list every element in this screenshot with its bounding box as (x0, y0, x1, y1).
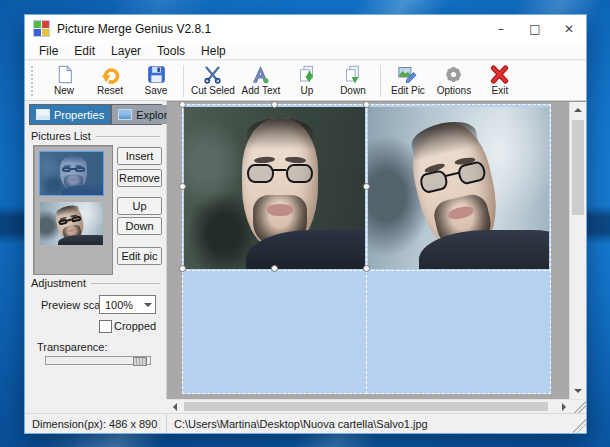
scroll-up-icon[interactable] (570, 102, 586, 118)
pictures-listbox[interactable] (33, 145, 113, 275)
move-down-icon (342, 65, 363, 84)
selection-handle[interactable] (179, 265, 186, 272)
toolbar-grip[interactable] (31, 66, 36, 96)
transparence-label: Transparence: (37, 341, 108, 353)
save-icon (146, 65, 167, 84)
move-up-button[interactable]: Up (284, 62, 330, 100)
new-button[interactable]: New (41, 62, 87, 100)
cut-selected-button[interactable]: Cut Seled (188, 62, 238, 100)
transparence-slider[interactable] (45, 356, 151, 365)
vertical-scrollbar[interactable] (569, 102, 586, 399)
merge-canvas[interactable] (182, 104, 551, 394)
explorer-tab-icon (118, 109, 132, 120)
remove-button[interactable]: Remove (117, 169, 162, 187)
selection-handle[interactable] (179, 183, 186, 190)
menu-layer[interactable]: Layer (103, 44, 149, 58)
reset-button[interactable]: Reset (87, 62, 133, 100)
menu-edit[interactable]: Edit (66, 44, 103, 58)
canvas-cell-top-right[interactable] (366, 104, 551, 271)
preview-photo-2[interactable] (368, 107, 549, 269)
reset-icon (100, 65, 121, 84)
tab-properties[interactable]: Properties (30, 105, 110, 124)
toolbar-separator (183, 65, 184, 97)
maximize-button[interactable]: □ (518, 15, 552, 42)
status-bar: Dimension(px): 486 x 890 C:\Users\Martin… (25, 413, 586, 433)
close-button[interactable]: ✕ (552, 15, 586, 42)
preview-scale-select[interactable]: 100% (99, 295, 156, 314)
cut-selected-icon (202, 65, 223, 84)
dimension-status: Dimension(px): 486 x 890 (25, 414, 167, 433)
minimize-button[interactable]: – (484, 15, 518, 42)
edit-pic-side-button[interactable]: Edit pic (117, 247, 162, 265)
options-gear-icon (443, 65, 464, 84)
horizontal-scrollbar-track[interactable] (183, 400, 556, 413)
title-bar: Picture Merge Genius V2.8.1 – □ ✕ (25, 15, 586, 42)
portrait-looking-up (368, 107, 549, 269)
scroll-left-icon[interactable] (167, 400, 183, 413)
edit-pic-button[interactable]: Edit Pic (385, 62, 431, 100)
resize-grip-icon[interactable] (572, 400, 586, 413)
up-button[interactable]: Up (117, 197, 162, 215)
down-button[interactable]: Down (117, 217, 162, 235)
menu-help[interactable]: Help (193, 44, 234, 58)
preview-area (167, 101, 586, 399)
cropped-label: Cropped (114, 320, 156, 332)
pictures-list-label: Pictures List (31, 130, 160, 142)
options-button[interactable]: Options (431, 62, 477, 100)
menu-bar: File Edit Layer Tools Help (25, 42, 586, 60)
edit-picture-icon (397, 65, 418, 84)
canvas-cell-bottom-left[interactable] (182, 270, 367, 394)
selection-handle[interactable] (363, 183, 370, 190)
exit-icon (489, 65, 510, 84)
cropped-checkbox[interactable] (99, 320, 112, 333)
adjustment-label: Adjustment (31, 277, 160, 289)
exit-button[interactable]: Exit (477, 62, 523, 100)
app-window: Picture Merge Genius V2.8.1 – □ ✕ File E… (24, 14, 587, 434)
file-path-status: C:\Users\Martina\Desktop\Nuova cartella\… (167, 414, 573, 433)
new-document-icon (54, 65, 75, 84)
side-panel-tabs: Properties Explorer (29, 104, 162, 125)
app-logo-icon (33, 20, 50, 37)
save-button[interactable]: Save (133, 62, 179, 100)
insert-button[interactable]: Insert (117, 147, 162, 165)
canvas-cell-bottom-right[interactable] (366, 270, 551, 394)
selection-handle[interactable] (271, 101, 278, 108)
preview-photo-1[interactable] (184, 107, 365, 269)
canvas-cell-top-left[interactable] (182, 104, 367, 271)
menu-tools[interactable]: Tools (149, 44, 193, 58)
content-area: Properties Explorer Pictures List (25, 101, 586, 399)
preview-scale-value: 100% (100, 299, 141, 311)
portrait-front (184, 107, 365, 269)
desktop-wallpaper: Picture Merge Genius V2.8.1 – □ ✕ File E… (0, 0, 610, 447)
add-text-icon (250, 65, 271, 84)
side-panel: Properties Explorer Pictures List (25, 101, 167, 399)
selection-handle[interactable] (363, 265, 370, 272)
scroll-down-icon[interactable] (570, 383, 586, 399)
thumbnail-portrait (40, 202, 103, 245)
add-text-button[interactable]: Add Text (238, 62, 284, 100)
menu-file[interactable]: File (31, 44, 66, 58)
picture-thumbnail-1[interactable] (40, 152, 103, 195)
toolbar-separator (380, 65, 381, 97)
toolbar: New Reset Save (25, 61, 586, 101)
transparence-slider-thumb[interactable] (133, 357, 147, 366)
window-title: Picture Merge Genius V2.8.1 (57, 22, 211, 36)
selection-handle[interactable] (179, 101, 186, 108)
resize-grip-icon[interactable] (573, 414, 586, 433)
vertical-scrollbar-thumb[interactable] (572, 120, 584, 215)
scroll-right-icon[interactable] (556, 400, 572, 413)
move-up-icon (296, 65, 317, 84)
move-down-button[interactable]: Down (330, 62, 376, 100)
picture-thumbnail-2[interactable] (40, 202, 103, 245)
selected-thumbnail-highlight (40, 152, 103, 195)
chevron-down-icon (141, 303, 155, 307)
selection-handle[interactable] (363, 101, 370, 108)
window-controls: – □ ✕ (484, 15, 586, 42)
horizontal-scrollbar-thumb[interactable] (184, 402, 548, 411)
selection-handle[interactable] (271, 265, 278, 272)
horizontal-scrollbar[interactable] (167, 399, 586, 413)
properties-tab-icon (36, 109, 50, 120)
